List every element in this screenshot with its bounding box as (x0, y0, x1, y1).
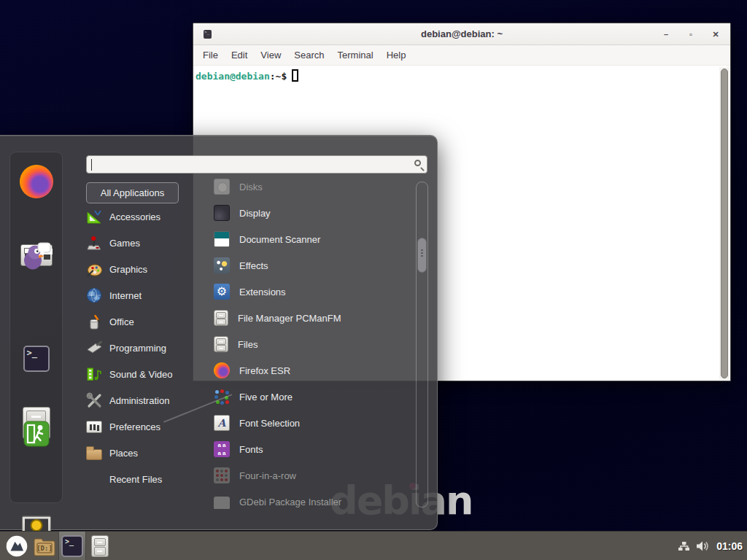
category-label: Places (109, 448, 138, 459)
all-applications-button[interactable]: All Applications (86, 182, 179, 203)
network-icon[interactable] (678, 540, 690, 552)
games-icon (86, 235, 102, 251)
graphics-icon (86, 261, 102, 277)
category-games[interactable]: Games (86, 230, 204, 256)
programming-icon (86, 340, 102, 356)
favorite-firefox-icon[interactable] (20, 165, 53, 198)
volume-icon[interactable] (696, 540, 711, 552)
internet-icon (86, 287, 102, 303)
disks-icon (214, 179, 230, 195)
display-icon (214, 205, 230, 221)
category-programming[interactable]: Programming (86, 335, 204, 361)
places-folder-icon (86, 449, 102, 460)
terminal-titlebar[interactable]: debian@debian: ~ – ▫ ✕ (193, 23, 730, 45)
taskbar-files-button[interactable] (86, 532, 114, 560)
category-sound-video[interactable]: Sound & Video (86, 361, 204, 387)
menu-help[interactable]: Help (380, 47, 413, 63)
taskbar-pcmanfm-button[interactable]: [D:] (31, 532, 58, 560)
app-gdebi-package-installer[interactable]: GDebi Package Installer (206, 489, 411, 509)
app-label: Font Selection (239, 418, 300, 429)
font-selection-icon (214, 415, 230, 431)
app-label: Display (239, 208, 271, 219)
app-file-manager-pcmanfm[interactable]: File Manager PCManFM (206, 305, 411, 331)
svg-text:[D:]: [D:] (36, 545, 53, 552)
administration-icon (86, 392, 102, 408)
minimize-button[interactable]: – (659, 27, 673, 42)
category-preferences[interactable]: Preferences (86, 413, 204, 440)
category-label: Recent Files (109, 474, 162, 485)
app-label: Disks (239, 182, 263, 192)
log-out-icon[interactable] (23, 421, 50, 447)
category-list: Accessories Games Graphics (86, 203, 204, 492)
category-label: Administration (109, 395, 169, 406)
app-disks[interactable]: Disks (206, 174, 411, 200)
category-places[interactable]: Places (86, 440, 204, 466)
app-label: Effects (239, 260, 268, 271)
taskbar-terminal-button[interactable] (58, 532, 86, 560)
app-list-scrollbar-thumb[interactable] (417, 238, 427, 273)
app-list-scrollbar[interactable] (416, 182, 428, 508)
category-administration[interactable]: Administration (86, 387, 204, 413)
favorite-pidgin-icon[interactable] (21, 240, 52, 271)
menu-search[interactable]: Search (287, 47, 330, 63)
window-controls: – ▫ ✕ (659, 23, 723, 45)
app-firefox-esr[interactable]: Firefox ESR (206, 357, 411, 384)
prompt-suffix: :~$ (270, 71, 287, 82)
menu-edit[interactable]: Edit (225, 47, 254, 63)
app-effects[interactable]: Effects (206, 252, 411, 279)
application-menu: All Applications Accessories Games (0, 135, 438, 530)
app-display[interactable]: Display (206, 200, 411, 226)
taskbar: [D:] 01:06 (0, 531, 747, 560)
category-label: Graphics (109, 264, 147, 275)
app-files[interactable]: Files (206, 331, 411, 357)
category-graphics[interactable]: Graphics (86, 256, 204, 282)
app-fonts[interactable]: Fonts (206, 436, 411, 462)
menu-launcher-button[interactable] (3, 532, 31, 560)
files-icon (214, 336, 228, 352)
terminal-scrollbar-thumb[interactable] (721, 69, 728, 378)
prompt-user-host: debian@debian (196, 71, 270, 82)
all-applications-label: All Applications (101, 187, 164, 198)
category-label: Programming (109, 343, 166, 354)
menu-file[interactable]: File (196, 47, 225, 63)
menu-terminal[interactable]: Terminal (331, 47, 380, 63)
app-font-selection[interactable]: Font Selection (206, 410, 411, 436)
app-label: Four-in-a-row (239, 470, 296, 481)
menu-view[interactable]: View (254, 47, 287, 63)
close-button[interactable]: ✕ (708, 27, 723, 42)
category-office[interactable]: Office (86, 308, 204, 335)
document-scanner-icon (214, 231, 230, 247)
taskbar-files-icon (91, 535, 109, 557)
category-recent-files[interactable]: Recent Files (86, 466, 204, 492)
category-internet[interactable]: Internet (86, 282, 204, 308)
terminal-menubar: File Edit View Search Terminal Help (193, 45, 730, 66)
taskbar-clock[interactable]: 01:06 (716, 540, 743, 552)
category-label: Office (109, 316, 134, 327)
text-caret (91, 159, 92, 171)
file-manager-icon (214, 310, 228, 326)
app-document-scanner[interactable]: Document Scanner (206, 226, 411, 252)
app-extensions[interactable]: Extensions (206, 279, 411, 305)
category-label: Preferences (109, 421, 160, 432)
app-label: Extensions (239, 287, 286, 298)
search-box[interactable] (86, 155, 427, 174)
effects-icon (214, 257, 230, 273)
four-in-a-row-icon (214, 467, 230, 483)
category-label: Games (109, 238, 140, 249)
category-accessories[interactable]: Accessories (86, 203, 204, 230)
terminal-scrollbar[interactable] (719, 67, 729, 380)
firefox-icon (214, 362, 230, 378)
taskbar-left: [D:] (3, 532, 114, 560)
lock-screen-display (25, 519, 48, 532)
app-label: Files (238, 339, 258, 350)
search-input[interactable] (87, 156, 427, 173)
app-label: GDebi Package Installer (239, 497, 341, 508)
app-four-in-a-row[interactable]: Four-in-a-row (206, 462, 411, 489)
fonts-icon (214, 441, 230, 457)
favorite-terminal-icon[interactable] (23, 346, 50, 372)
maximize-button[interactable]: ▫ (684, 27, 698, 42)
category-label: Sound & Video (109, 369, 173, 380)
menu-launcher-icon (6, 535, 28, 557)
app-five-or-more[interactable]: Five or More (206, 384, 411, 410)
app-label: Five or More (239, 392, 293, 402)
